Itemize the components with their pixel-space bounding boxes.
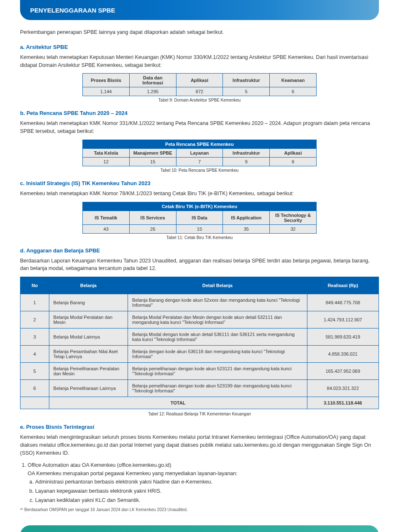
td: Belanja Pemeliharaan Lainnya <box>49 380 128 397</box>
list-item: Layanan kediklatan yakni KLC dan Semanti… <box>35 496 379 504</box>
th: Belanja <box>49 277 128 294</box>
td: 15 <box>129 157 176 166</box>
td: Belanja Barang dengan kode akun 52xxxx d… <box>128 294 307 311</box>
th: IS Application <box>223 211 270 224</box>
caption-table-10: Tabel 10: Peta Rencana SPBE Kemenkeu <box>20 168 379 173</box>
intro-text: Perkembangan penerapan SPBE lainnya yang… <box>20 28 379 36</box>
th: No <box>20 277 49 294</box>
th: Infrastruktur <box>223 148 270 157</box>
td: 32 <box>270 224 317 233</box>
section-d-text: Berdasarkan Laporan Keuangan Kemenkeu Ta… <box>20 257 379 273</box>
td: 7 <box>176 157 223 166</box>
td: 872 <box>176 87 223 96</box>
td: 84.023.321.322 <box>307 380 379 397</box>
th: Layanan <box>176 148 223 157</box>
table-title: Peta Rencana SPBE Kemenkeu <box>83 140 317 148</box>
section-e-text: Kemenkeu telah mengintegrasikan seluruh … <box>20 433 379 457</box>
table-row: Tata Kelola Manajemen SPBE Layanan Infra… <box>83 148 317 157</box>
table-row: Proses Bisnis Data dan Informasi Aplikas… <box>83 74 317 87</box>
section-e-title: e. Proses Bisnis Terintegrasi <box>20 424 379 430</box>
footer-bar: LAPORAN TAHUNAN KEMENTERIAN KEUANGAN 202… <box>20 525 379 532</box>
th: Realisasi (Rp) <box>307 277 379 294</box>
caption-table-11: Tabel 11: Cetak Biru TIK Kemenkeu <box>20 235 379 240</box>
header-bar: PENYELENGGARAAN SPBE <box>20 0 379 20</box>
th: IS Services <box>129 211 176 224</box>
table-title: Cetak Biru TIK (e-BITK) Kemenkeu <box>83 202 317 211</box>
th: Detail Belanja <box>128 277 307 294</box>
td: 165.437.952.069 <box>307 363 379 380</box>
td: 9 <box>223 157 270 166</box>
table-row: 5 Belanja Pemeliharaan Peralatan dan Mes… <box>20 363 379 380</box>
table-cetak-biru: Cetak Biru TIK (e-BITK) Kemenkeu IS Tema… <box>82 202 317 234</box>
section-c-text: Kemenkeu telah menetapkan KMK Nomor 78/K… <box>20 190 379 198</box>
td: Belanja Modal dengan kode akun detail 53… <box>128 328 307 346</box>
td: 5 <box>223 87 270 96</box>
section-c-title: c. Inisiatif Strategis (IS) TIK Kemenkeu… <box>20 180 379 186</box>
li-text: OA Kemenkeu merupakan portal pegawai Kem… <box>28 471 238 476</box>
table-realisasi-belanja: No Belanja Detail Belanja Realisasi (Rp)… <box>20 277 379 409</box>
td: Belanja Modal Peralatan dan Mesin dengan… <box>128 311 307 328</box>
td: 3.110.551.118.446 <box>307 397 379 409</box>
sublist: Administrasi perkantoran berbasis elektr… <box>28 478 379 504</box>
td: 849.448.775.708 <box>307 294 379 311</box>
table-row: 12 15 7 9 8 <box>83 157 317 166</box>
li-title: Office Automation atau OA Kemenkeu (offi… <box>28 462 171 468</box>
table-row: No Belanja Detail Belanja Realisasi (Rp) <box>20 277 379 294</box>
td: 12 <box>83 157 130 166</box>
th: IS Technology & Security <box>270 211 317 224</box>
table-row: 4 Belanja Penambahan Nilai Aset Tetap La… <box>20 346 379 363</box>
td: 4 <box>20 346 49 363</box>
table-row: 6 Belanja Pemeliharaan Lainnya Belanja p… <box>20 380 379 397</box>
header-title: PENYELENGGARAAN SPBE <box>30 7 115 14</box>
td: Belanja Pemeliharaan Peralatan dan Mesin <box>49 363 128 380</box>
td: 6 <box>20 380 49 397</box>
section-b-text: Kemenkeu telah menetapkan KMK Nomor 331/… <box>20 120 379 135</box>
table-row: IS Tematik IS Services IS Data IS Applic… <box>83 211 317 224</box>
table-row: 2 Belanja Modal Peralatan dan Mesin Bela… <box>20 311 379 328</box>
table-row: Peta Rencana SPBE Kemenkeu <box>83 140 317 148</box>
th: Keamanan <box>270 74 317 87</box>
table-row: 1.144 1.295 872 5 6 <box>83 87 317 96</box>
list-item: Office Automation atau OA Kemenkeu (offi… <box>28 461 379 504</box>
table-row: 43 26 15 35 32 <box>83 224 317 233</box>
table-row: TOTAL 3.110.551.118.446 <box>20 397 379 409</box>
td: 1.295 <box>129 87 176 96</box>
table-row: 1 Belanja Barang Belanja Barang dengan k… <box>20 294 379 311</box>
section-a-text: Kemenkeu telah menetapkan Keputusan Ment… <box>20 53 379 69</box>
td: 8 <box>270 157 317 166</box>
td: Belanja pemeliharaan dengan kode akun 52… <box>128 363 307 380</box>
td: Belanja dengan kode akun 536118 dan meng… <box>128 346 307 363</box>
td-total: TOTAL <box>49 397 307 409</box>
td: Belanja Barang <box>49 294 128 311</box>
td: 43 <box>83 224 130 233</box>
td: 581.989.620.419 <box>307 328 379 346</box>
th: IS Tematik <box>83 211 130 224</box>
th: Infrastruktur <box>223 74 270 87</box>
th: Manajemen SPBE <box>129 148 176 157</box>
th: IS Data <box>176 211 223 224</box>
section-b-title: b. Peta Rencana SPBE Tahun 2020 – 2024 <box>20 110 379 116</box>
th: Aplikasi <box>270 148 317 157</box>
th: Aplikasi <box>176 74 223 87</box>
td: 3 <box>20 328 49 346</box>
list-item: Administrasi perkantoran berbasis elektr… <box>35 478 379 486</box>
section-a-title: a. Arsitektur SPBE <box>20 44 379 50</box>
td: 6 <box>270 87 317 96</box>
td: 4.858.336.021 <box>307 346 379 363</box>
caption-table-9: Tabel 9: Domain Arsitektur SPBE Kemenkeu <box>20 98 379 102</box>
td: Belanja Modal Peralatan dan Mesin <box>49 311 128 328</box>
td: 1.144 <box>83 87 130 96</box>
section-d-title: d. Anggaran dan Belanja SPBE <box>20 247 379 254</box>
td: 5 <box>20 363 49 380</box>
td: Belanja Penambahan Nilai Aset Tetap Lain… <box>49 346 128 363</box>
table-row: 3 Belanja Modal Lainnya Belanja Modal de… <box>20 328 379 346</box>
th: Data dan Informasi <box>129 74 176 87</box>
table-arsitektur: Proses Bisnis Data dan Informasi Aplikas… <box>82 73 317 96</box>
td: 1 <box>20 294 49 311</box>
table-peta-rencana: Peta Rencana SPBE Kemenkeu Tata Kelola M… <box>82 140 317 166</box>
td: Belanja Modal Lainnya <box>49 328 128 346</box>
list-item: Layanan kepegawaian berbasis elektronik … <box>35 487 379 495</box>
td: Belanja pemeliharaan dengan kode akun 52… <box>128 380 307 397</box>
td: 15 <box>176 224 223 233</box>
td: 2 <box>20 311 49 328</box>
